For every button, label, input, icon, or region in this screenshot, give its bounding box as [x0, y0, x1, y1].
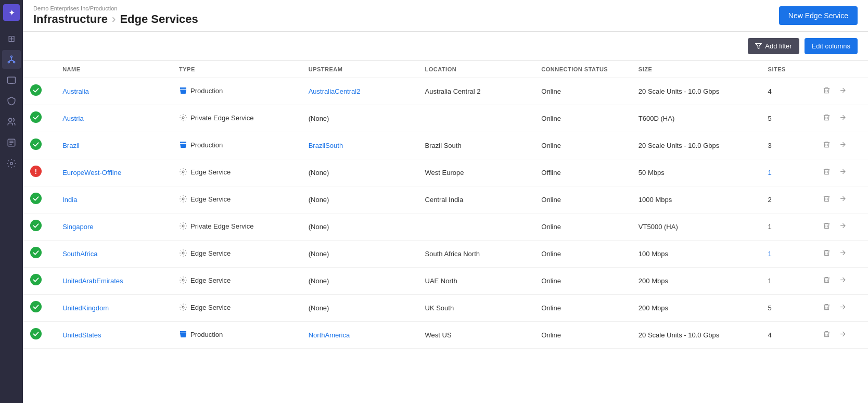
type-cell: Edge Service — [172, 241, 301, 268]
trash-icon — [823, 86, 831, 94]
actions-cell — [812, 268, 868, 295]
upstream-value: (None) — [309, 250, 329, 258]
status-ok-icon — [30, 222, 42, 233]
edge-service-link[interactable]: UnitedArabEmirates — [62, 277, 123, 285]
navigate-button[interactable] — [836, 138, 850, 153]
delete-button[interactable] — [820, 274, 834, 288]
connection-status-cell: Online — [534, 322, 631, 349]
navigate-button[interactable] — [836, 84, 850, 98]
sidebar-item-network[interactable] — [2, 50, 21, 69]
navigate-button[interactable] — [836, 301, 850, 315]
check-circle-icon — [30, 111, 42, 123]
status-cell — [23, 268, 55, 295]
add-filter-button[interactable]: Add filter — [748, 38, 799, 54]
table-row: UnitedKingdom Edge Service(None)UK South… — [23, 295, 868, 322]
edge-service-link[interactable]: EuropeWest-Offline — [62, 169, 121, 177]
table-row: SouthAfrica Edge Service(None)South Afri… — [23, 241, 868, 268]
connection-status-cell: Online — [534, 295, 631, 322]
svg-line-4 — [9, 60, 11, 61]
actions-cell — [812, 105, 868, 132]
edge-service-link[interactable]: SouthAfrica — [62, 250, 97, 258]
trash-icon — [823, 222, 831, 230]
sidebar-item-settings[interactable] — [2, 154, 21, 173]
check-circle-icon — [30, 84, 42, 96]
actions-wrapper — [820, 220, 861, 234]
type-icon-wrapper: Private Edge Service — [179, 222, 253, 230]
upstream-cell: (None) — [301, 268, 418, 295]
svg-point-2 — [14, 61, 15, 63]
page-header: Demo Enterprises Inc/Production Infrastr… — [23, 0, 868, 32]
sites-link[interactable]: 1 — [768, 169, 772, 177]
upstream-cell: (None) — [301, 241, 418, 268]
upstream-link[interactable]: AustraliaCentral2 — [309, 87, 361, 95]
delete-button[interactable] — [820, 328, 834, 342]
arrow-right-icon — [839, 276, 847, 284]
connection-status-cell: Online — [534, 78, 631, 105]
upstream-link[interactable]: NorthAmerica — [309, 331, 350, 339]
size-cell: 200 Mbps — [631, 295, 761, 322]
edit-columns-button[interactable]: Edit columns — [805, 38, 858, 54]
col-header-size: SIZE — [631, 61, 761, 78]
table-row: Austria Private Edge Service(None)Online… — [23, 105, 868, 132]
delete-button[interactable] — [820, 220, 834, 234]
sites-cell: 3 — [761, 132, 812, 159]
navigate-button[interactable] — [836, 111, 850, 125]
navigate-button[interactable] — [836, 193, 850, 207]
size-cell: 100 Mbps — [631, 241, 761, 268]
sidebar-item-dashboard[interactable]: ⊞ — [2, 29, 21, 48]
edge-service-link[interactable]: UnitedKingdom — [62, 304, 109, 312]
delete-button[interactable] — [820, 138, 834, 153]
actions-cell — [812, 132, 868, 159]
upstream-link[interactable]: BrazilSouth — [309, 142, 343, 149]
location-cell: Australia Central 2 — [418, 78, 534, 105]
type-label: Private Edge Service — [190, 222, 253, 230]
navigate-button[interactable] — [836, 247, 850, 261]
navigate-button[interactable] — [836, 220, 850, 234]
production-type-icon — [179, 330, 187, 338]
upstream-cell: NorthAmerica — [301, 322, 418, 349]
sites-cell: 1 — [761, 268, 812, 295]
delete-button[interactable] — [820, 301, 834, 315]
upstream-cell: (None) — [301, 186, 418, 213]
new-edge-service-button[interactable]: New Edge Service — [779, 6, 858, 25]
sidebar-item-users[interactable] — [2, 112, 21, 131]
edge-service-link[interactable]: Australia — [62, 87, 89, 95]
actions-wrapper — [820, 274, 861, 288]
page-separator: › — [112, 12, 116, 26]
col-header-conn-status: CONNECTION STATUS — [534, 61, 631, 78]
delete-button[interactable] — [820, 247, 834, 261]
svg-marker-14 — [756, 44, 761, 49]
navigate-button[interactable] — [836, 274, 850, 288]
name-cell: UnitedArabEmirates — [55, 268, 172, 295]
upstream-value: (None) — [309, 196, 329, 204]
edge-service-link[interactable]: Singapore — [62, 223, 93, 231]
table-body: Australia ProductionAustraliaCentral2Aus… — [23, 78, 868, 349]
edge-service-link[interactable]: India — [62, 196, 77, 204]
connection-status-cell: Online — [534, 268, 631, 295]
sites-link[interactable]: 1 — [768, 250, 772, 258]
name-cell: UnitedKingdom — [55, 295, 172, 322]
connection-status-cell: Offline — [534, 159, 631, 186]
edge-services-table: NAME TYPE UPSTREAM LOCATION CONNECTION S… — [23, 61, 868, 349]
delete-button[interactable] — [820, 193, 834, 207]
svg-point-8 — [9, 118, 12, 121]
navigate-button[interactable] — [836, 328, 850, 342]
delete-button[interactable] — [820, 84, 834, 98]
sidebar-item-compute[interactable] — [2, 71, 21, 90]
sidebar-item-logs[interactable] — [2, 133, 21, 152]
trash-icon — [823, 168, 831, 175]
location-cell: West Europe — [418, 159, 534, 186]
edge-service-link[interactable]: Brazil — [62, 142, 80, 149]
status-ok-icon — [30, 303, 42, 314]
delete-button[interactable] — [820, 166, 834, 180]
upstream-cell: (None) — [301, 105, 418, 132]
edge-service-link[interactable]: Austria — [62, 115, 83, 122]
svg-point-0 — [11, 56, 12, 57]
sidebar-item-security[interactable] — [2, 92, 21, 110]
table-row: Singapore Private Edge Service(None)Onli… — [23, 213, 868, 241]
connection-status-cell: Online — [534, 241, 631, 268]
edge-service-link[interactable]: UnitedStates — [62, 331, 101, 339]
delete-button[interactable] — [820, 111, 834, 125]
error-circle-icon: ! — [30, 166, 42, 177]
navigate-button[interactable] — [836, 166, 850, 180]
